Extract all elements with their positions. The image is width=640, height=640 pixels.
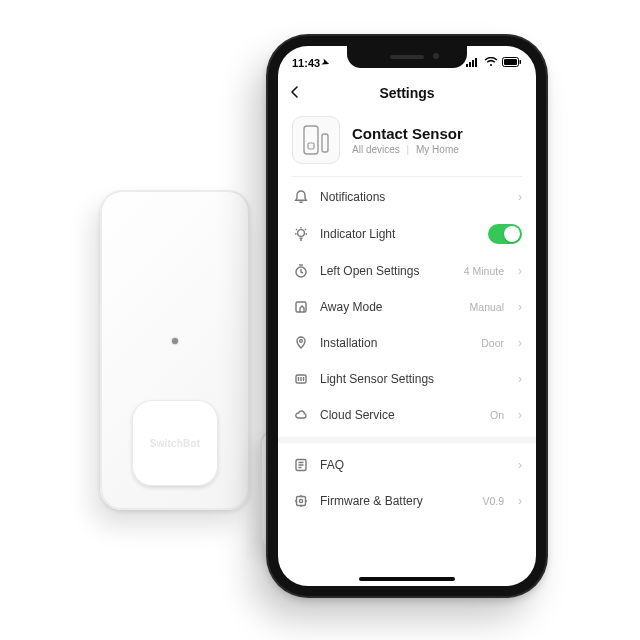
- cloud-icon: [292, 406, 310, 424]
- row-value: On: [490, 409, 504, 421]
- row-cloud-service[interactable]: Cloud Service On ›: [278, 397, 536, 433]
- cellular-signal-icon: [466, 57, 480, 69]
- bell-icon: [292, 188, 310, 206]
- location-arrow-icon: ➤: [321, 57, 332, 69]
- row-value: Door: [481, 337, 504, 349]
- product-led-indicator: [172, 338, 178, 344]
- installation-pin-icon: [292, 334, 310, 352]
- row-light-sensor[interactable]: Light Sensor Settings ›: [278, 361, 536, 397]
- nav-header: Settings: [278, 76, 536, 110]
- status-time: 11:43: [292, 57, 320, 69]
- row-away-mode[interactable]: Away Mode Manual ›: [278, 289, 536, 325]
- lightbulb-icon: [292, 225, 310, 243]
- row-firmware[interactable]: Firmware & Battery V0.9 ›: [278, 483, 536, 519]
- phone-screen: 11:43 ➤ Settings: [278, 46, 536, 586]
- svg-rect-7: [520, 60, 522, 64]
- chevron-right-icon: ›: [518, 495, 522, 507]
- svg-rect-2: [472, 60, 474, 67]
- phone-notch: [347, 46, 467, 68]
- row-left-open[interactable]: Left Open Settings 4 Minute ›: [278, 253, 536, 289]
- section-gap: [278, 437, 536, 443]
- device-header: Contact Sensor All devices | My Home: [292, 116, 522, 164]
- back-button[interactable]: [288, 84, 302, 102]
- timer-icon: [292, 262, 310, 280]
- row-label: Left Open Settings: [320, 264, 454, 278]
- row-indicator-light[interactable]: Indicator Light: [278, 215, 536, 253]
- chevron-right-icon: ›: [518, 373, 522, 385]
- battery-icon: [502, 57, 522, 69]
- chevron-right-icon: ›: [518, 265, 522, 277]
- row-installation[interactable]: Installation Door ›: [278, 325, 536, 361]
- svg-point-14: [300, 340, 303, 343]
- svg-rect-3: [475, 58, 477, 67]
- home-indicator[interactable]: [359, 577, 455, 581]
- row-label: Firmware & Battery: [320, 494, 472, 508]
- row-label: Indicator Light: [320, 227, 478, 241]
- product-button: SwitchBot: [132, 400, 218, 486]
- wifi-icon: [484, 57, 498, 69]
- svg-point-11: [298, 230, 305, 237]
- device-scope-all: All devices: [352, 144, 400, 155]
- row-label: Cloud Service: [320, 408, 480, 422]
- svg-rect-6: [504, 59, 517, 65]
- phone-frame: 11:43 ➤ Settings: [268, 36, 546, 596]
- row-label: Light Sensor Settings: [320, 372, 508, 386]
- svg-rect-1: [469, 62, 471, 67]
- device-thumbnail: [292, 116, 340, 164]
- row-label: Away Mode: [320, 300, 460, 314]
- settings-list: Notifications › Indicator Light Left Ope…: [278, 177, 536, 521]
- chevron-right-icon: ›: [518, 191, 522, 203]
- faq-icon: [292, 456, 310, 474]
- svg-rect-9: [308, 143, 314, 149]
- svg-point-4: [490, 64, 492, 66]
- row-value: V0.9: [482, 495, 504, 507]
- device-scope: All devices | My Home: [352, 144, 463, 155]
- away-mode-icon: [292, 298, 310, 316]
- row-value: 4 Minute: [464, 265, 504, 277]
- row-label: Installation: [320, 336, 471, 350]
- product-sensor-body: SwitchBot: [100, 190, 250, 510]
- chevron-right-icon: ›: [518, 409, 522, 421]
- chevron-left-icon: [288, 85, 302, 99]
- row-label: Notifications: [320, 190, 508, 204]
- chevron-right-icon: ›: [518, 301, 522, 313]
- svg-rect-17: [297, 497, 306, 506]
- indicator-light-toggle[interactable]: [488, 224, 522, 244]
- row-faq[interactable]: FAQ ›: [278, 447, 536, 483]
- svg-rect-10: [322, 134, 328, 152]
- page-title: Settings: [379, 85, 434, 101]
- product-brand: SwitchBot: [150, 438, 201, 449]
- chevron-right-icon: ›: [518, 337, 522, 349]
- firmware-icon: [292, 492, 310, 510]
- row-value: Manual: [470, 301, 504, 313]
- device-name: Contact Sensor: [352, 125, 463, 142]
- device-scope-home: My Home: [416, 144, 459, 155]
- svg-point-18: [299, 499, 302, 502]
- row-notifications[interactable]: Notifications ›: [278, 179, 536, 215]
- contact-sensor-icon: [302, 124, 330, 156]
- svg-rect-0: [466, 64, 468, 67]
- light-sensor-icon: [292, 370, 310, 388]
- svg-rect-8: [304, 126, 318, 154]
- chevron-right-icon: ›: [518, 459, 522, 471]
- row-label: FAQ: [320, 458, 508, 472]
